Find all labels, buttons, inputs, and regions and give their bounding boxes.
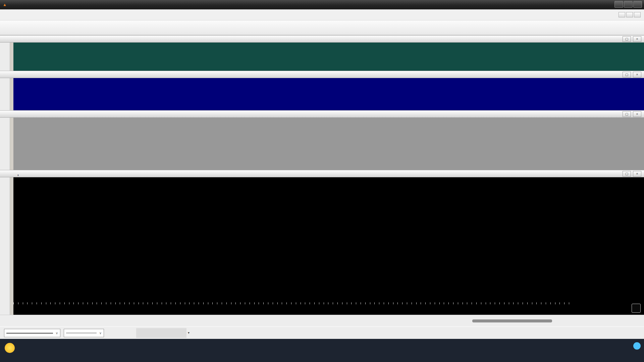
panel1-scale	[622, 43, 644, 71]
mdi-minimize-button[interactable]	[619, 12, 625, 17]
panel2-scale	[622, 78, 644, 110]
date-axis	[13, 302, 622, 315]
panel1-trend-plot[interactable]	[13, 43, 622, 71]
panel1-restore-button[interactable]: ▢	[623, 36, 631, 42]
title-bar: ▲	[0, 0, 644, 9]
sun-icon	[5, 343, 15, 353]
panel2-trend-alt-plot[interactable]	[13, 78, 622, 110]
panel3-header: ▢ ×	[0, 110, 644, 118]
panel4-scale	[622, 177, 644, 302]
axis-minor-ticks	[13, 302, 570, 304]
chart-scroll-row	[0, 315, 644, 326]
chevron-down-icon: ∨	[56, 331, 58, 335]
panel1-close-button[interactable]: ×	[633, 36, 641, 42]
palette-dropdown-icon[interactable]: ▾	[188, 331, 190, 335]
main-toolbar	[0, 20, 644, 35]
date-axis-corner	[622, 302, 644, 315]
line-style-dropdown[interactable]: ∨	[4, 329, 60, 337]
line-weight-dropdown[interactable]: ∨	[64, 329, 104, 337]
metastock-logo: ▲	[3, 1, 7, 7]
panel3-oscillator-plot[interactable]	[13, 118, 622, 170]
panel4-close-button[interactable]: ×	[633, 171, 641, 177]
panel3-scale	[622, 118, 644, 170]
panel4-header: , ▢ ×	[0, 170, 644, 177]
panel4-title: ,	[17, 171, 19, 176]
panel1-header: ▢ ×	[0, 35, 644, 43]
mdi-restore-button[interactable]	[626, 12, 633, 17]
panel3-restore-button[interactable]: ▢	[623, 111, 631, 117]
panel3-close-button[interactable]: ×	[633, 111, 641, 117]
notification-badge[interactable]	[633, 342, 641, 350]
style-toolbar: ∨ ∨ ▾	[0, 326, 644, 339]
panel4-restore-button[interactable]: ▢	[623, 171, 631, 177]
weather-widget[interactable]	[5, 343, 18, 353]
panel2-restore-button[interactable]: ▢	[623, 72, 631, 77]
menu-bar	[0, 9, 644, 20]
market-status-smiley-icon	[632, 304, 641, 313]
chevron-down-icon: ∨	[99, 331, 102, 335]
windows-taskbar	[0, 339, 644, 362]
minimize-button[interactable]	[614, 1, 623, 8]
color-palette	[136, 328, 186, 338]
panel4-price-plot[interactable]	[13, 177, 622, 302]
panel2-header: ▢ ×	[0, 71, 644, 78]
close-button[interactable]	[633, 1, 642, 8]
metastock-logo-mark-icon: ▲	[3, 2, 7, 7]
panel2-close-button[interactable]: ×	[633, 72, 641, 77]
mdi-close-button[interactable]	[634, 12, 641, 17]
drawing-tool-rail	[0, 35, 10, 326]
horizontal-scrollbar[interactable]	[472, 319, 552, 322]
system-tray	[623, 342, 641, 350]
maximize-button[interactable]	[624, 1, 633, 8]
